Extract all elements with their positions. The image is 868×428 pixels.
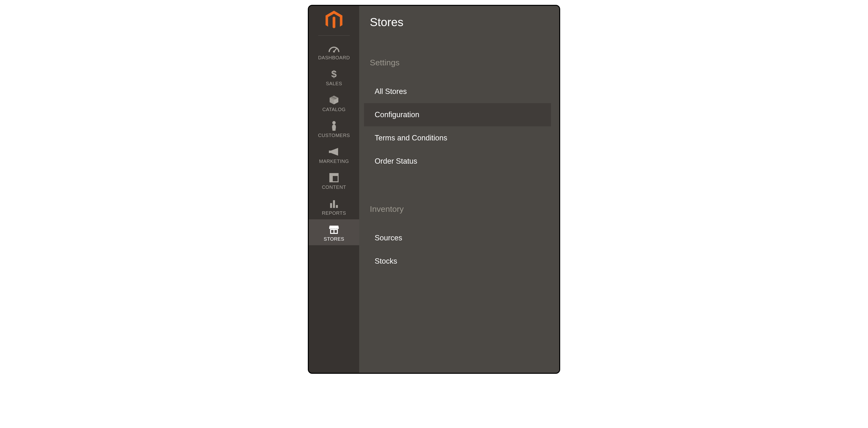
sidebar-item-label: MARKETING (319, 159, 349, 164)
layout-icon (329, 172, 339, 183)
menu-item-terms-and-conditions[interactable]: Terms and Conditions (364, 126, 551, 150)
svg-line-1 (334, 48, 336, 52)
menu-item-stocks[interactable]: Stocks (364, 250, 551, 273)
sidebar-item-label: CATALOG (322, 107, 346, 112)
svg-rect-9 (330, 203, 332, 208)
svg-rect-10 (333, 200, 335, 208)
menu-item-configuration[interactable]: Configuration (364, 103, 551, 126)
box-icon (329, 95, 339, 105)
stores-flyout: Stores Settings All Stores Configuration… (359, 6, 559, 373)
menu-item-sources[interactable]: Sources (364, 226, 551, 250)
megaphone-icon (329, 146, 340, 157)
sidebar-item-label: REPORTS (322, 210, 346, 216)
sidebar-item-marketing[interactable]: MARKETING (309, 142, 359, 167)
magento-logo[interactable] (309, 11, 359, 35)
section-heading-settings: Settings (359, 58, 559, 67)
svg-text:$: $ (331, 69, 337, 79)
section-heading-inventory: Inventory (359, 204, 559, 214)
sidebar-item-sales[interactable]: $ SALES (309, 64, 359, 90)
sidebar-item-catalog[interactable]: CATALOG (309, 90, 359, 116)
svg-rect-14 (335, 230, 337, 233)
storefront-icon (329, 224, 339, 235)
sidebar-item-label: CONTENT (322, 185, 346, 190)
menu-item-all-stores[interactable]: All Stores (364, 80, 551, 103)
sidebar-item-label: STORES (324, 236, 344, 242)
sidebar-item-label: DASHBOARD (318, 55, 350, 61)
admin-panel: DASHBOARD $ SALES CATALOG (308, 5, 560, 374)
svg-rect-7 (330, 173, 338, 176)
sidebar-item-label: SALES (326, 81, 342, 87)
svg-rect-5 (329, 151, 331, 153)
admin-sidebar: DASHBOARD $ SALES CATALOG (309, 6, 359, 373)
flyout-title: Stores (359, 15, 559, 29)
svg-rect-13 (331, 230, 334, 233)
sidebar-item-content[interactable]: CONTENT (309, 167, 359, 193)
svg-rect-8 (330, 176, 333, 182)
sidebar-item-reports[interactable]: REPORTS (309, 193, 359, 219)
sidebar-item-stores[interactable]: STORES (309, 219, 359, 245)
svg-rect-11 (336, 205, 338, 208)
sidebar-item-dashboard[interactable]: DASHBOARD (309, 38, 359, 64)
svg-point-4 (332, 121, 336, 125)
person-icon (331, 121, 337, 131)
sidebar-divider (318, 35, 350, 36)
dollar-icon: $ (330, 69, 338, 79)
bar-chart-icon (329, 198, 339, 209)
sidebar-item-customers[interactable]: CUSTOMERS (309, 116, 359, 142)
sidebar-item-label: CUSTOMERS (318, 133, 350, 138)
menu-item-order-status[interactable]: Order Status (364, 150, 551, 173)
dashboard-icon (328, 43, 340, 54)
